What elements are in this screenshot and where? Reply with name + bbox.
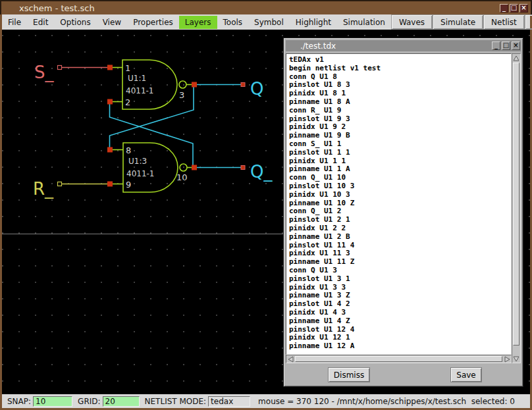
set-pin-open-square[interactable] xyxy=(58,66,62,70)
menu-item[interactable]: Tools xyxy=(217,16,249,29)
menu-item[interactable]: File xyxy=(2,16,27,29)
scroll-right-icon[interactable] xyxy=(503,355,511,363)
grid-label: GRID: xyxy=(78,397,100,406)
netlist-line: pinname U1 11 Z xyxy=(289,258,511,267)
dismiss-button[interactable]: Dismiss xyxy=(328,367,370,382)
waves-button[interactable]: Waves xyxy=(391,14,433,30)
gate2-pin-b-number: 9 xyxy=(126,180,131,190)
netlist-mode-input[interactable]: tedax xyxy=(208,396,250,407)
netlist-line: pinslot U1 3 1 xyxy=(289,275,511,284)
scroll-down-icon[interactable] xyxy=(512,355,520,363)
dialog-controls: _ □ × xyxy=(492,41,521,50)
snap-input[interactable]: 10 xyxy=(33,396,72,407)
gate1-part-label: 4011-1 xyxy=(126,86,154,95)
net-label-qbar[interactable]: Q_ xyxy=(250,162,273,182)
menubar: FileEditOptionsViewPropertiesLayersTools… xyxy=(2,14,530,30)
menu-item[interactable]: View xyxy=(97,16,127,29)
net-label-set[interactable]: S_ xyxy=(34,63,55,82)
q-wire-end-square xyxy=(241,83,245,87)
gate1-pin-b-number: 2 xyxy=(125,97,130,107)
netlist-line: conn S_ U1 1 xyxy=(289,140,511,149)
dialog-titlebar[interactable]: ./test.tdx _ □ × xyxy=(286,40,521,51)
gate1-pin-a-number: 1 xyxy=(125,63,130,73)
gate2-pin-a-number: 8 xyxy=(126,145,131,155)
menu-item[interactable]: Properties xyxy=(127,16,179,29)
status-text: mouse = 370 120 - /mnt/x/home/schippes/x… xyxy=(258,397,515,406)
netlist-line: pinslot U1 10 3 xyxy=(289,182,511,191)
gate1-pin-out-number: 3 xyxy=(179,90,184,100)
menu-item[interactable]: Symbol xyxy=(248,16,290,29)
menu-item[interactable]: Highlight xyxy=(290,16,337,29)
gate2-pin-out-number: 10 xyxy=(176,172,188,182)
snap-label: SNAP: xyxy=(7,397,31,406)
gate2-instance-label: U1:3 xyxy=(128,157,147,166)
menu-action-buttons: Waves Simulate Netlist Help xyxy=(391,14,532,30)
sheet-boundary-line xyxy=(2,234,283,234)
nand-gate-u1-3[interactable]: 8 9 10 U1:3 4011-1 xyxy=(111,143,193,192)
titlebar: xschem - test.sch _ □ × xyxy=(0,0,532,14)
minimize-icon[interactable]: _ xyxy=(500,4,508,13)
close-icon[interactable]: × xyxy=(519,4,528,13)
menu-items: FileEditOptionsViewPropertiesLayersTools… xyxy=(2,18,391,27)
dialog-close-icon[interactable]: × xyxy=(512,41,520,50)
netlist-line: pinname U1 4 Z xyxy=(289,317,511,326)
gate2-part-label: 4011-1 xyxy=(126,169,155,178)
inversion-bubble xyxy=(179,81,186,88)
nand-gate-u1-1[interactable]: 1 2 3 U1:1 4011-1 xyxy=(111,60,192,109)
menu-item[interactable]: Options xyxy=(54,16,96,29)
netlist-mode-label: NETLIST MODE: xyxy=(145,397,207,406)
scroll-left-icon[interactable] xyxy=(286,355,294,363)
netlist-line: begin netlist v1 test xyxy=(289,64,511,73)
dialog-maximize-icon[interactable]: □ xyxy=(502,41,510,50)
net-label-reset[interactable]: R_ xyxy=(33,179,54,199)
horizontal-scrollbar[interactable] xyxy=(286,355,512,363)
netlist-line: pinidx U1 2 2 xyxy=(289,224,511,233)
netlist-line: pinidx U1 4 3 xyxy=(289,309,511,317)
menu-item[interactable]: Simulation xyxy=(337,16,391,29)
scroll-up-icon[interactable] xyxy=(512,54,520,62)
netlist-text-area[interactable]: tEDAx v1begin netlist v1 testconn Q U1 8… xyxy=(286,53,512,355)
dialog-title: ./test.tdx xyxy=(286,41,336,51)
netlist-button[interactable]: Netlist xyxy=(483,14,525,30)
netlist-line: pinname U1 8 A xyxy=(289,98,511,107)
grid-input[interactable]: 20 xyxy=(103,396,140,407)
net-label-q[interactable]: Q xyxy=(250,79,263,99)
save-button[interactable]: Save xyxy=(450,367,482,382)
window-controls: _ □ × xyxy=(500,4,531,13)
window-title: xschem - test.sch xyxy=(1,3,95,13)
netlist-line: pinidx U1 10 3 xyxy=(289,191,511,199)
inversion-bubble xyxy=(180,164,187,171)
help-button[interactable]: Help xyxy=(525,14,532,30)
reset-pin-open-square[interactable] xyxy=(58,182,62,186)
netlist-line: pinslot U1 4 2 xyxy=(289,300,511,309)
feedback-wire-pin2-to-qbar[interactable] xyxy=(110,103,194,167)
dialog-body: tEDAx v1begin netlist v1 testconn Q U1 8… xyxy=(286,53,521,383)
dialog-minimize-icon[interactable]: _ xyxy=(492,41,500,50)
menu-item[interactable]: Layers xyxy=(179,16,217,29)
vertical-scrollbar[interactable] xyxy=(512,53,521,363)
netlist-line: conn R_ U1 9 xyxy=(289,107,511,115)
netlist-line: pinslot U1 1 1 xyxy=(289,149,511,157)
maximize-icon[interactable]: □ xyxy=(510,4,518,13)
netlist-line: tEDAx v1 xyxy=(289,56,511,64)
netlist-line: pinname U1 2 B xyxy=(289,233,511,242)
junction-squares xyxy=(107,65,197,187)
dialog-button-row: Dismiss Save xyxy=(286,363,521,383)
qbar-wire-end-square xyxy=(241,166,245,170)
vertical-scrollbar-thumb[interactable] xyxy=(513,63,519,346)
netlist-line: pinname U1 12 A xyxy=(289,342,511,351)
menu-item[interactable]: Edit xyxy=(27,16,54,29)
netlist-dialog: ./test.tdx _ □ × tEDAx v1begin netlist v… xyxy=(283,38,523,387)
horizontal-scrollbar-thumb[interactable] xyxy=(295,356,502,362)
simulate-button[interactable]: Simulate xyxy=(433,14,483,30)
gate1-instance-label: U1:1 xyxy=(128,74,146,83)
statusbar: SNAP: 10 GRID: 20 NETLIST MODE: tedax mo… xyxy=(2,394,530,408)
netlist-line: conn Q U1 3 xyxy=(289,267,511,275)
schematic-canvas[interactable]: 1 2 3 U1:1 4011-1 8 9 10 U1:3 4011-1 xyxy=(2,30,530,394)
